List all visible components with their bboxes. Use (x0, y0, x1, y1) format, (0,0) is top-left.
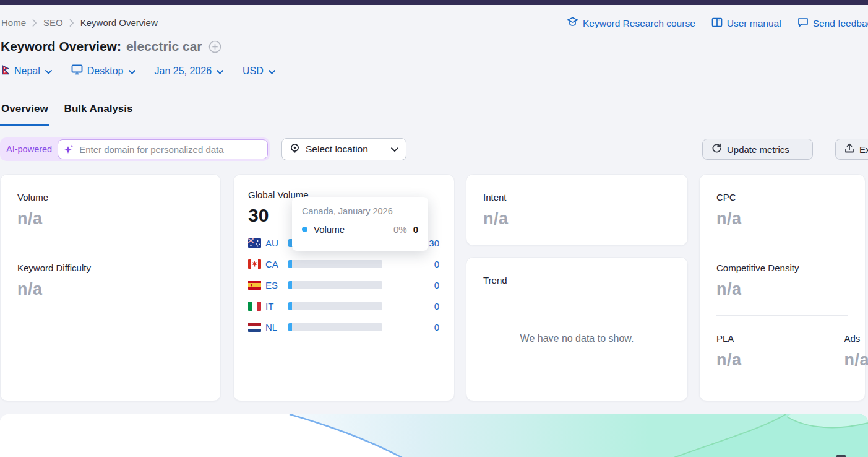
es-flag-icon (248, 281, 261, 290)
chevron-down-icon (45, 66, 52, 77)
ai-domain-group: AI-powered (0, 137, 270, 161)
tooltip-title: Canada, January 2026 (302, 206, 418, 216)
pla-label: PLA (716, 333, 742, 344)
country-volume-value[interactable]: 0 (382, 322, 439, 333)
graduation-cap-icon (567, 17, 578, 30)
keyword-overview-page: Home SEO Keyword Overview Keyword Resear… (0, 0, 868, 457)
sparkles-icon (64, 144, 75, 157)
intent-metric: Intent n/a (466, 175, 687, 245)
competitive-density-value: n/a (716, 280, 848, 299)
tooltip-percent: 0% (393, 224, 407, 235)
cpc-card: CPC n/a Competitive Density n/a PLA n/a … (699, 174, 866, 401)
trend-header: Trend (466, 258, 687, 285)
breadcrumb-home[interactable]: Home (1, 17, 26, 28)
location-select[interactable]: Select location (281, 138, 406, 160)
volume-bar-fill (288, 323, 292, 331)
breadcrumb-seo[interactable]: SEO (43, 17, 63, 28)
volume-bar-fill (288, 260, 292, 268)
export-upload-icon (844, 143, 854, 155)
global-volume-row-ca: CA0 (248, 253, 439, 274)
breadcrumb: Home SEO Keyword Overview (1, 17, 158, 28)
country-code-link[interactable]: CA (261, 259, 288, 269)
volume-bar-track (288, 281, 382, 289)
chevron-down-icon (391, 144, 398, 155)
country-volume-value[interactable]: 0 (382, 259, 439, 269)
global-volume-row-es: ES0 (248, 274, 439, 295)
export-button[interactable]: Export (835, 139, 868, 160)
country-code-link[interactable]: AU (261, 238, 288, 248)
ca-flag-icon (248, 259, 261, 269)
volume-bar-fill (288, 281, 292, 289)
trend-empty-message: We have no data to show. (466, 285, 687, 401)
volume-series-dot-icon (302, 227, 307, 232)
domain-input[interactable] (58, 139, 268, 159)
send-feedback-link[interactable]: Send feedback (797, 17, 868, 30)
breadcrumb-keyword-overview: Keyword Overview (80, 17, 158, 28)
global-volume-row-it: IT0 (248, 295, 439, 316)
keyword-difficulty-value: n/a (17, 280, 204, 299)
chevron-down-icon (217, 66, 223, 77)
volume-metric: Volume n/a (1, 175, 220, 245)
desktop-monitor-icon (71, 64, 83, 77)
device-selector[interactable]: Desktop (71, 64, 135, 77)
volume-bar-track (288, 302, 382, 310)
tooltip-series-label: Volume (314, 224, 345, 235)
chevron-down-icon (129, 66, 135, 77)
global-volume-row-nl: NL0 (248, 316, 439, 337)
add-keyword-icon[interactable] (208, 40, 221, 53)
country-code-link[interactable]: ES (261, 280, 288, 290)
top-navigation-bar (0, 0, 868, 5)
nepal-flag-icon (2, 65, 10, 77)
country-volume-value[interactable]: 0 (382, 280, 439, 290)
chart-tooltip: Canada, January 2026 Volume 0% 0 (292, 197, 428, 251)
volume-value: n/a (17, 209, 204, 228)
ai-powered-badge: AI-powered (6, 144, 58, 154)
country-code-link[interactable]: NL (261, 322, 288, 333)
keyword-difficulty-label: Keyword Difficulty (17, 263, 204, 273)
volume-bar-track (288, 323, 382, 331)
ads-value: n/a (844, 350, 868, 370)
wave-decoration (0, 414, 868, 457)
chat-bubble-icon (797, 17, 809, 30)
ads-label: Ads (844, 333, 868, 344)
page-title-keyword: elecctric car (126, 39, 202, 54)
location-pin-icon (290, 143, 300, 156)
filter-bar: Nepal Desktop Jan 25, 2026 USD (2, 64, 275, 77)
user-manual-link[interactable]: User manual (711, 17, 781, 30)
update-metrics-button[interactable]: Update metrics (702, 139, 813, 160)
bottom-banner (0, 414, 868, 457)
header-links: Keyword Research course User manual Send… (567, 17, 868, 30)
date-selector[interactable]: Jan 25, 2026 (155, 66, 224, 77)
tooltip-value: 0 (413, 224, 418, 235)
intent-card: Intent n/a (466, 174, 688, 246)
nl-flag-icon (248, 323, 261, 332)
cpc-label: CPC (716, 192, 848, 202)
hidden-illustration-edge (836, 455, 846, 457)
chevron-down-icon (269, 66, 275, 77)
volume-label: Volume (17, 192, 204, 202)
intent-value: n/a (483, 209, 671, 228)
refresh-icon (711, 143, 722, 155)
ads-metric: Ads n/a (844, 316, 868, 386)
keyword-research-course-link[interactable]: Keyword Research course (567, 17, 695, 30)
trend-label: Trend (483, 275, 671, 285)
country-selector[interactable]: Nepal (2, 65, 52, 77)
pla-value: n/a (716, 350, 742, 370)
keyword-difficulty-metric: Keyword Difficulty n/a (1, 245, 220, 315)
volume-bar-track (288, 260, 382, 268)
tab-bar: Overview Bulk Analysis (0, 99, 134, 126)
volume-kd-card: Volume n/a Keyword Difficulty n/a (0, 174, 221, 401)
tab-divider (0, 123, 868, 123)
country-volume-value[interactable]: 0 (382, 301, 439, 311)
country-code-link[interactable]: IT (261, 301, 288, 311)
page-title: Keyword Overview: elecctric car (1, 39, 221, 54)
tab-bulk-analysis[interactable]: Bulk Analysis (63, 99, 134, 126)
chevron-right-icon (69, 19, 74, 27)
tab-overview[interactable]: Overview (0, 99, 49, 126)
volume-bar-fill (288, 302, 292, 310)
competitive-density-label: Competitive Density (716, 263, 848, 273)
currency-selector[interactable]: USD (243, 66, 275, 77)
competitive-density-metric: Competitive Density n/a (700, 245, 865, 315)
chevron-right-icon (32, 19, 37, 27)
it-flag-icon (248, 302, 261, 311)
